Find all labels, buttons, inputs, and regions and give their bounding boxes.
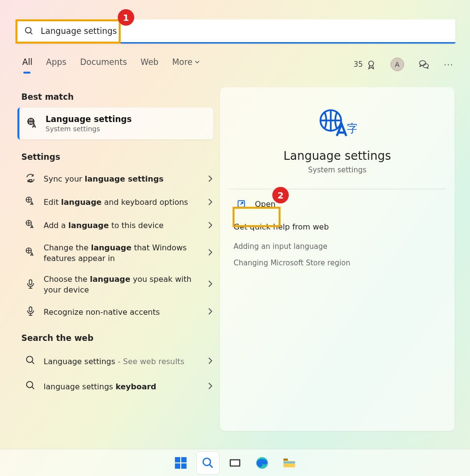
help-link-1[interactable]: Adding an input language: [234, 238, 441, 255]
svg-rect-22: [181, 463, 187, 469]
more-options-button[interactable]: ···: [444, 60, 454, 70]
tab-more-label: More: [172, 57, 192, 67]
rewards-medal-icon: [365, 59, 377, 70]
language-icon: [25, 196, 36, 209]
best-match-result[interactable]: Language settings System settings: [17, 107, 213, 139]
start-button[interactable]: [170, 452, 192, 474]
search-icon: [25, 380, 36, 393]
open-button[interactable]: Open: [234, 194, 441, 214]
language-icon: [25, 219, 36, 232]
edge-button[interactable]: [251, 452, 273, 474]
task-view-button[interactable]: [224, 452, 246, 474]
svg-rect-26: [231, 460, 239, 465]
chevron-right-icon: [208, 175, 212, 184]
open-label: Open: [255, 200, 276, 209]
tab-all[interactable]: All: [22, 57, 32, 72]
taskbar-search-button[interactable]: [197, 452, 219, 474]
svg-line-1: [31, 32, 32, 34]
search-input[interactable]: [41, 26, 455, 36]
search-icon: [202, 457, 214, 469]
chevron-right-icon: [208, 357, 212, 366]
rewards-count: 35: [354, 60, 363, 69]
microphone-icon: [25, 278, 36, 291]
chevron-right-icon: [208, 307, 212, 317]
help-link-2[interactable]: Changing Microsoft Store region: [234, 255, 441, 271]
svg-rect-28: [283, 459, 288, 461]
user-avatar[interactable]: A: [391, 58, 404, 71]
detail-divider: [229, 189, 446, 189]
taskbar: [0, 449, 470, 476]
settings-result-edit[interactable]: Edit language and keyboard options: [21, 191, 214, 214]
settings-heading: Settings: [21, 152, 214, 162]
chevron-right-icon: [208, 382, 212, 391]
svg-rect-10: [29, 280, 32, 285]
language-settings-icon: [26, 117, 39, 130]
svg-line-24: [209, 464, 213, 468]
chevron-right-icon: [208, 248, 212, 258]
detail-subtitle: System settings: [234, 166, 441, 174]
best-match-heading: Best match: [21, 92, 214, 102]
language-icon: [25, 247, 36, 260]
detail-title: Language settings: [234, 149, 441, 163]
svg-point-12: [27, 356, 33, 363]
search-box[interactable]: [16, 19, 455, 44]
chevron-right-icon: [208, 198, 212, 207]
svg-rect-29: [283, 461, 295, 463]
svg-point-14: [27, 382, 33, 388]
sync-icon: [25, 173, 36, 185]
tab-documents[interactable]: Documents: [80, 57, 127, 72]
rewards-indicator[interactable]: 35: [354, 59, 377, 70]
chat-icon[interactable]: [418, 58, 430, 71]
search-icon: [24, 26, 34, 36]
svg-rect-21: [175, 463, 180, 469]
microphone-icon: [25, 306, 36, 318]
file-explorer-button[interactable]: [278, 452, 300, 474]
edge-icon: [255, 456, 269, 470]
settings-result-add[interactable]: Add a language to this device: [21, 214, 214, 237]
web-result-2[interactable]: language settings keyboard: [21, 374, 214, 399]
svg-point-3: [420, 61, 426, 65]
svg-text:字: 字: [347, 122, 357, 135]
svg-line-15: [32, 387, 34, 389]
tab-web[interactable]: Web: [141, 57, 158, 72]
best-match-title: Language settings: [46, 114, 132, 124]
svg-rect-20: [181, 457, 187, 462]
tab-apps[interactable]: Apps: [46, 57, 66, 72]
settings-result-sync[interactable]: Sync your language settings: [21, 168, 214, 191]
filter-tabs: All Apps Documents Web More 35 A ···: [22, 57, 454, 72]
chevron-down-icon: [194, 59, 200, 65]
svg-point-0: [26, 27, 31, 33]
chevron-right-icon: [208, 221, 212, 230]
windows-logo-icon: [174, 456, 188, 470]
web-result-1[interactable]: Language settings - See web results: [21, 349, 214, 374]
svg-line-13: [32, 362, 34, 364]
settings-result-accents[interactable]: Recognize non-native accents: [21, 300, 214, 323]
best-match-subtitle: System settings: [46, 125, 132, 133]
settings-result-speech[interactable]: Choose the language you speak with your …: [21, 269, 214, 300]
svg-point-23: [203, 458, 210, 465]
svg-rect-19: [175, 457, 180, 462]
settings-result-change-windows[interactable]: Change the language that Windows feature…: [21, 237, 214, 269]
help-heading: Get quick help from web: [234, 222, 441, 231]
task-view-icon: [229, 457, 241, 469]
svg-point-2: [369, 61, 374, 66]
search-web-heading: Search the web: [21, 333, 214, 343]
detail-panel: 字 Language settings System settings Open…: [220, 87, 454, 431]
svg-rect-11: [29, 307, 32, 312]
folder-icon: [282, 457, 296, 469]
chevron-right-icon: [208, 280, 212, 289]
search-icon: [25, 355, 36, 368]
tab-more[interactable]: More: [172, 57, 200, 72]
language-settings-large-icon: 字: [234, 107, 441, 140]
results-column: Best match Language settings System sett…: [21, 92, 214, 399]
open-external-icon: [236, 199, 246, 209]
